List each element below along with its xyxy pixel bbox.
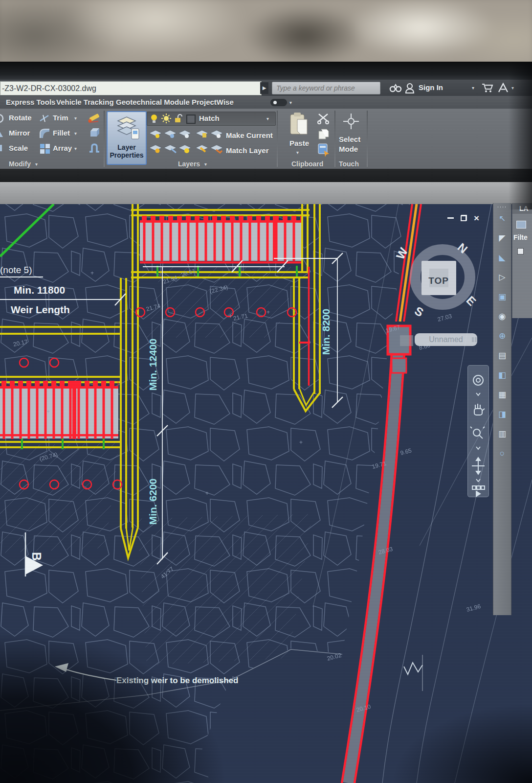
- make-current-button[interactable]: Make Current: [226, 131, 273, 139]
- chevron-down-icon[interactable]: ▾: [511, 85, 514, 91]
- viewport-label-pill[interactable]: Unnamed: [415, 333, 477, 346]
- crossing-select-icon[interactable]: ◣: [496, 252, 509, 264]
- chevron-down-icon[interactable]: ▾: [204, 161, 207, 167]
- half-block-left-icon[interactable]: ◧: [496, 369, 509, 382]
- navigation-bar[interactable]: [467, 365, 489, 497]
- layers-panel-label[interactable]: Layers: [178, 160, 200, 168]
- drawing-filename[interactable]: -Z3-W2-DR-CX-03002.dwg: [0, 81, 262, 95]
- chevron-down-icon[interactable]: ▾: [266, 116, 269, 121]
- pointer-select-icon[interactable]: ↖: [496, 212, 509, 225]
- layer-palette[interactable]: LA Filte: [512, 203, 532, 318]
- tab-projectwise[interactable]: ProjectWise: [192, 96, 234, 109]
- sign-in-button[interactable]: Sign In: [419, 83, 443, 92]
- contour-elevation-label: +: [266, 309, 270, 316]
- paste-button[interactable]: Paste: [289, 139, 309, 147]
- array-button[interactable]: Array: [53, 144, 72, 152]
- filter-checkbox[interactable]: [517, 248, 524, 254]
- chevron-down-icon[interactable]: ▾: [35, 161, 38, 167]
- layer-properties-button[interactable]: Layer Properties: [107, 111, 147, 165]
- restore-icon[interactable]: [461, 215, 467, 221]
- layer-stack-icon[interactable]: [516, 221, 526, 229]
- trim-icon[interactable]: [39, 114, 50, 123]
- copy-icon[interactable]: [318, 128, 331, 140]
- paste-special-icon[interactable]: [317, 143, 331, 157]
- clipboard-panel-label[interactable]: Clipboard: [291, 160, 323, 168]
- fillet-button[interactable]: Fillet: [53, 129, 70, 137]
- ribbon-display-toggle[interactable]: [270, 99, 287, 106]
- half-block-right-icon[interactable]: ◨: [496, 408, 509, 421]
- match-layer-button[interactable]: Match Layer: [226, 146, 269, 155]
- select-mode-button-line2[interactable]: Mode: [339, 145, 358, 153]
- fillet-icon[interactable]: [39, 128, 51, 139]
- search-binoculars-icon[interactable]: [389, 83, 402, 93]
- weir-min-dimension: Min. 11800: [14, 284, 65, 296]
- paste-icon[interactable]: [288, 112, 310, 137]
- play-macro-icon[interactable]: ▷: [496, 271, 509, 284]
- rotate-button[interactable]: Rotate: [9, 114, 32, 122]
- title-bar: -Z3-W2-DR-CX-03002.dwg ▶ Sign In ▾ ▾: [0, 80, 532, 96]
- layer-list-icon[interactable]: ▤: [496, 349, 509, 362]
- chevron-down-icon[interactable]: ▾: [472, 85, 474, 91]
- trim-button[interactable]: Trim: [53, 114, 68, 122]
- layer-dropdown[interactable]: Hatch ▾: [147, 112, 276, 126]
- join-icon[interactable]: [88, 142, 101, 155]
- explode-icon[interactable]: [89, 127, 100, 138]
- drawing-canvas[interactable]: (note 5) Min. 11800 Weir Length Min. 124…: [0, 204, 532, 783]
- toolbar-grip[interactable]: [497, 206, 508, 208]
- panel-separator: [334, 111, 335, 167]
- chevron-down-icon: [476, 447, 480, 449]
- minimize-icon[interactable]: [447, 217, 454, 219]
- filename-expand-button[interactable]: ▶: [260, 82, 268, 94]
- contour-elevation-label: 9.65: [399, 447, 412, 457]
- erase-icon[interactable]: [88, 112, 100, 124]
- cart-icon[interactable]: [482, 83, 493, 93]
- clipped-edge-icons: [0, 113, 5, 154]
- close-icon[interactable]: ×: [474, 215, 479, 221]
- help-search-box[interactable]: [272, 82, 380, 94]
- drawing-area-top-strip: [0, 182, 532, 204]
- rows-icon[interactable]: ▥: [496, 428, 509, 440]
- autodesk-logo-icon[interactable]: [498, 83, 509, 93]
- layer-color-swatch[interactable]: [186, 115, 196, 124]
- crosshair-select-icon[interactable]: [342, 113, 360, 130]
- orbit-sphere-icon[interactable]: ◉: [496, 310, 509, 323]
- region-select-icon[interactable]: ▣: [496, 291, 509, 303]
- chevron-down-icon[interactable]: ▾: [74, 146, 77, 151]
- tab-vehicle-tracking[interactable]: Vehicle Tracking: [56, 96, 114, 109]
- lightbulb-icon[interactable]: [150, 114, 158, 124]
- model-space-canvas[interactable]: (note 5) Min. 11800 Weir Length Min. 124…: [0, 204, 532, 783]
- palette-title[interactable]: LA: [512, 203, 532, 214]
- circle-tool-icon[interactable]: ○: [496, 447, 509, 460]
- scale-button[interactable]: Scale: [9, 144, 28, 152]
- current-layer-name[interactable]: Hatch: [199, 114, 220, 122]
- mirror-button[interactable]: Mirror: [9, 129, 30, 137]
- contour-elevation-label: +: [229, 313, 232, 320]
- array-icon[interactable]: [39, 143, 51, 155]
- sun-icon[interactable]: [161, 113, 172, 124]
- tab-express-tools[interactable]: Express Tools: [6, 96, 55, 109]
- dim-12400-label: Min. 12400: [147, 339, 158, 391]
- select-mode-button[interactable]: Select: [339, 135, 360, 143]
- chevron-down-icon[interactable]: ▾: [74, 115, 77, 121]
- drawing-window-controls: ×: [447, 212, 488, 224]
- contour-elevation-label: +: [299, 439, 303, 446]
- window-select-icon[interactable]: ◤: [496, 232, 509, 245]
- viewcube-top-label[interactable]: TOP: [428, 276, 449, 286]
- modify-panel-label[interactable]: Modify: [9, 160, 31, 168]
- pan-hand-icon: [474, 404, 485, 415]
- chevron-down-icon[interactable]: ▾: [289, 100, 292, 105]
- grid-icon[interactable]: ▦: [496, 389, 509, 401]
- cut-scissors-icon[interactable]: [317, 113, 331, 124]
- palette-filters-label[interactable]: Filte: [513, 233, 532, 241]
- docked-toolbar[interactable]: ↖◤◣▷▣◉⊕▤◧▦◨▥○: [493, 203, 511, 615]
- tab-geotechnical-module[interactable]: Geotechnical Module: [116, 96, 190, 109]
- chevron-down-icon[interactable]: ▾: [296, 150, 299, 155]
- ucs-icon[interactable]: ⊕: [496, 330, 509, 343]
- modify-panel: Rotate Trim ▾ Mirror Fillet ▾ Scale Arra…: [0, 109, 105, 169]
- compass-south[interactable]: S: [413, 304, 426, 319]
- chevron-down-icon[interactable]: ▾: [74, 131, 77, 136]
- viewport-grip[interactable]: [400, 335, 413, 346]
- search-input[interactable]: [272, 82, 380, 94]
- touch-panel-label[interactable]: Touch: [339, 160, 359, 168]
- unlock-icon[interactable]: [174, 114, 183, 123]
